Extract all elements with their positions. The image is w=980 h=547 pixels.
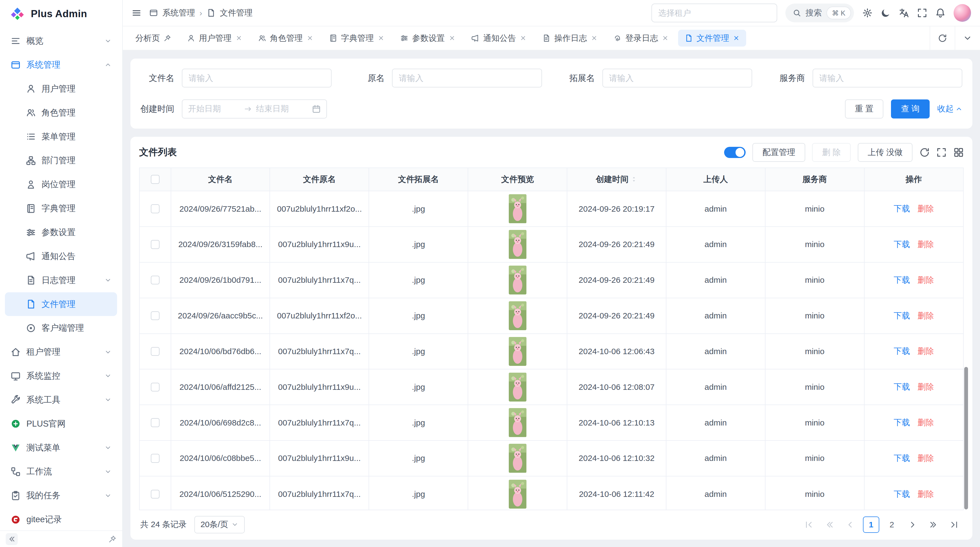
page-2-button[interactable]: 2 xyxy=(884,517,900,533)
download-link[interactable]: 下载 xyxy=(894,310,910,321)
file-preview-image[interactable] xyxy=(509,373,527,402)
row-checkbox[interactable] xyxy=(151,204,159,213)
delete-link[interactable]: 删除 xyxy=(918,346,934,357)
first-page-button[interactable] xyxy=(800,517,817,533)
sidebar-item-file-management[interactable]: 文件管理 xyxy=(5,292,117,316)
sidebar-item-system-tools[interactable]: 系统工具 xyxy=(5,388,117,412)
column-header-4[interactable]: 创建时间 xyxy=(567,168,667,191)
filter-input-file-name[interactable] xyxy=(182,69,332,88)
sidebar-item-dict-management[interactable]: 字典管理 xyxy=(5,196,117,220)
fast-forward-button[interactable] xyxy=(925,517,942,533)
sort-caret-icon[interactable] xyxy=(630,175,637,183)
close-tab-icon[interactable] xyxy=(591,35,598,41)
sidebar-item-dept-management[interactable]: 部门管理 xyxy=(5,149,117,173)
breadcrumb-item-system[interactable]: 系统管理 xyxy=(162,7,195,19)
row-checkbox[interactable] xyxy=(151,454,159,462)
file-preview-image[interactable] xyxy=(509,301,527,330)
tabs-menu-button[interactable] xyxy=(955,26,980,50)
config-manage-button[interactable]: 配置管理 xyxy=(752,143,805,162)
hamburger-menu-icon[interactable] xyxy=(132,8,142,18)
refresh-table-icon[interactable] xyxy=(920,147,930,158)
delete-link[interactable]: 删除 xyxy=(918,453,934,464)
tab-user-management[interactable]: 用户管理 xyxy=(180,30,248,46)
file-preview-image[interactable] xyxy=(509,337,527,366)
close-tab-icon[interactable] xyxy=(235,35,242,41)
fast-backward-button[interactable] xyxy=(821,517,838,533)
file-preview-image[interactable] xyxy=(509,408,527,437)
select-all-checkbox[interactable] xyxy=(151,175,159,183)
download-link[interactable]: 下载 xyxy=(894,203,910,214)
prev-page-button[interactable] xyxy=(842,517,859,533)
delete-button[interactable]: 删 除 xyxy=(812,143,851,162)
row-checkbox[interactable] xyxy=(151,276,159,284)
settings-gear-icon[interactable] xyxy=(862,8,872,18)
file-preview-image[interactable] xyxy=(509,480,527,509)
table-scrollbar[interactable] xyxy=(964,367,968,509)
pin-icon[interactable] xyxy=(164,34,171,42)
row-checkbox[interactable] xyxy=(151,490,159,499)
column-settings-icon[interactable] xyxy=(954,147,964,158)
delete-link[interactable]: 删除 xyxy=(918,417,934,428)
tab-login-log[interactable]: 登录日志 xyxy=(607,30,675,46)
sidebar-item-system-management[interactable]: 系统管理 xyxy=(5,53,117,77)
close-tab-icon[interactable] xyxy=(520,35,527,41)
close-tab-icon[interactable] xyxy=(733,35,740,41)
sidebar-item-menu-management[interactable]: 菜单管理 xyxy=(5,125,117,149)
download-link[interactable]: 下载 xyxy=(894,381,910,392)
expand-table-icon[interactable] xyxy=(937,147,947,158)
sidebar-pin-icon[interactable] xyxy=(108,535,116,543)
sidebar-item-tenant-management[interactable]: 租户管理 xyxy=(5,340,117,364)
download-link[interactable]: 下载 xyxy=(894,274,910,286)
delete-link[interactable]: 删除 xyxy=(918,203,934,214)
row-checkbox[interactable] xyxy=(151,347,159,356)
next-page-button[interactable] xyxy=(904,517,921,533)
filter-input-extension[interactable] xyxy=(603,69,752,88)
download-link[interactable]: 下载 xyxy=(894,489,910,500)
delete-link[interactable]: 删除 xyxy=(918,239,934,250)
file-preview-image[interactable] xyxy=(509,230,527,259)
file-preview-image[interactable] xyxy=(509,266,527,295)
breadcrumb-item-files[interactable]: 文件管理 xyxy=(220,7,253,19)
sidebar-item-my-tasks[interactable]: 我的任务 xyxy=(5,483,117,507)
sidebar-item-param-settings[interactable]: 参数设置 xyxy=(5,220,117,244)
row-checkbox[interactable] xyxy=(151,418,159,427)
sidebar-item-gitee-record[interactable]: gitee记录 xyxy=(5,507,117,530)
sidebar-item-plus-site[interactable]: PLUS官网 xyxy=(5,412,117,436)
sidebar-item-role-management[interactable]: 角色管理 xyxy=(5,101,117,125)
row-checkbox[interactable] xyxy=(151,383,159,391)
sidebar-item-workflow[interactable]: 工作流 xyxy=(5,460,117,484)
app-logo[interactable]: Plus Admin xyxy=(0,0,122,28)
tab-operation-log[interactable]: 操作日志 xyxy=(536,30,604,46)
tab-role-management[interactable]: 角色管理 xyxy=(252,30,320,46)
sidebar-item-log-management[interactable]: 日志管理 xyxy=(5,268,117,292)
sidebar-item-test-menu[interactable]: 测试菜单 xyxy=(5,436,117,460)
download-link[interactable]: 下载 xyxy=(894,346,910,357)
download-link[interactable]: 下载 xyxy=(894,453,910,464)
sidebar-collapse-button[interactable] xyxy=(6,533,18,545)
notification-bell-icon[interactable] xyxy=(935,8,945,18)
page-size-select[interactable]: 20条/页 xyxy=(194,516,245,534)
page-1-button[interactable]: 1 xyxy=(863,517,879,533)
tab-dict-management[interactable]: 字典管理 xyxy=(323,30,391,46)
fullscreen-icon[interactable] xyxy=(917,8,927,18)
sidebar-item-user-management[interactable]: 用户管理 xyxy=(5,77,117,101)
sidebar-item-system-monitor[interactable]: 系统监控 xyxy=(5,364,117,388)
sidebar-item-notice[interactable]: 通知公告 xyxy=(5,244,117,268)
tab-analysis[interactable]: 分析页 xyxy=(129,30,178,46)
search-button[interactable]: 查 询 xyxy=(891,99,930,118)
row-checkbox[interactable] xyxy=(151,311,159,320)
delete-link[interactable]: 删除 xyxy=(918,310,934,321)
last-page-button[interactable] xyxy=(946,517,962,533)
tenant-select-input[interactable] xyxy=(651,3,777,22)
file-preview-image[interactable] xyxy=(509,194,527,223)
refresh-tabs-button[interactable] xyxy=(930,26,955,50)
download-link[interactable]: 下载 xyxy=(894,239,910,250)
download-link[interactable]: 下载 xyxy=(894,417,910,428)
delete-link[interactable]: 删除 xyxy=(918,381,934,392)
row-checkbox[interactable] xyxy=(151,240,159,249)
close-tab-icon[interactable] xyxy=(449,35,455,41)
date-range-picker[interactable]: 开始日期 结束日期 xyxy=(182,99,327,118)
toggle-switch[interactable] xyxy=(724,147,746,158)
filter-input-provider[interactable] xyxy=(813,69,962,88)
translate-icon[interactable] xyxy=(899,8,909,18)
